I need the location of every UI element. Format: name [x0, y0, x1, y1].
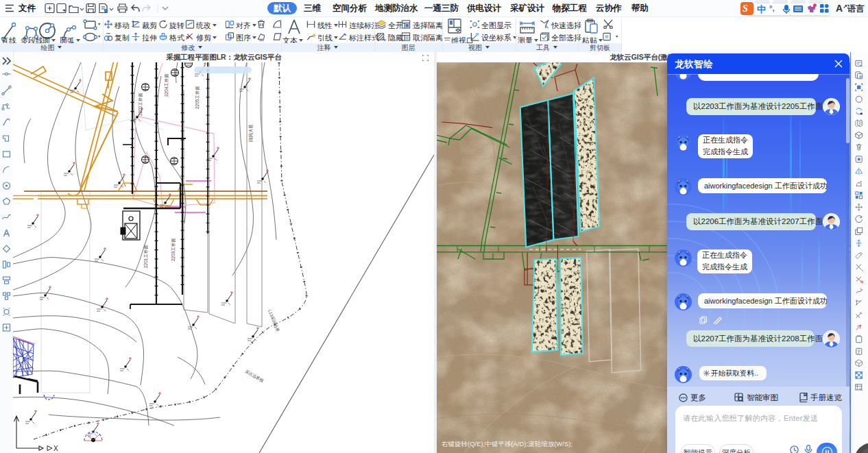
svg-text:2201工作面: 2201工作面	[143, 245, 148, 268]
svg-text:2204工作面: 2204工作面	[164, 73, 169, 97]
svg-text:2203工作面: 2203工作面	[171, 238, 176, 261]
svg-text:2202工作面: 2202工作面	[138, 93, 143, 116]
svg-text:采区边界线: 采区边界线	[243, 368, 265, 383]
svg-text:右键旋转(Q/E);中键平移(A/D);滚轮缩放(W/S);: 右键旋转(Q/E);中键平移(A/D);滚轮缩放(W/S);	[442, 440, 572, 448]
svg-text:回风大巷: 回风大巷	[248, 124, 253, 142]
svg-text:X: X	[53, 445, 58, 452]
svg-text:L13采区边界: L13采区边界	[267, 309, 280, 333]
svg-text:2205工作面: 2205工作面	[195, 86, 200, 109]
